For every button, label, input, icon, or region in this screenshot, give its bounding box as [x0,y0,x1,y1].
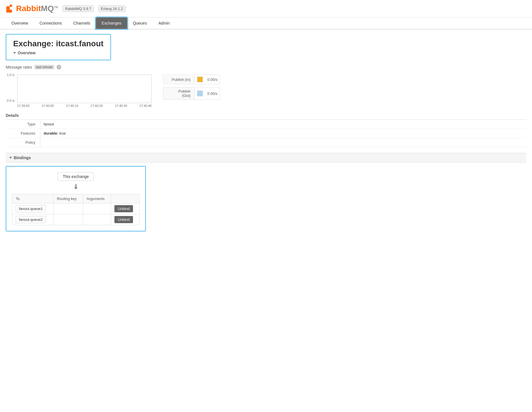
help-icon[interactable]: ? [57,65,61,69]
binding-to-0: fanout.queue1 [12,203,53,214]
binding-routing-1 [53,214,83,225]
overview-text: Overview [18,51,35,55]
erlang-version: Erlang 24.1.2 [98,5,126,12]
main-content: Message rates last minute ? 1.0 /s 0.0 /… [0,65,532,237]
message-rates-text: Message rates [6,65,32,69]
legend-publish-out: Publish (Out) 0.00/s [163,87,220,100]
details-features-value: durable: true [40,129,526,138]
details-policy-value [40,138,526,147]
binding-row-1: fanout.queue2 Unbind [12,214,140,225]
queue-name-box-0: fanout.queue1 [16,205,46,212]
details-policy-key: Policy [6,138,40,147]
chart-box [17,75,152,103]
logo-rabbit: RabbitMQTM [16,4,58,13]
unbind-button-0[interactable]: Unbind [114,205,133,212]
chart-area: 1.0 /s 0.0 /s 17:39:50 17:40:00 17:40:10… [17,75,152,107]
svg-rect-2 [6,10,12,13]
title-name: itcast.fanout [56,39,103,48]
x-label-0: 17:39:50 [17,104,29,107]
bindings-table-body: fanout.queue1 Unbind fanout.queue2 [12,203,140,225]
details-features-row: Features durable: true [6,129,526,138]
durable-label: durable: [44,131,58,135]
overview-label: Overview [13,51,104,55]
details-policy-row: Policy [6,138,526,147]
svg-rect-1 [10,5,12,7]
rabbitmq-version: RabbitMQ 3.9.7 [63,5,94,12]
legend-publish-in: Publish (In) 0.00/s [163,75,220,84]
x-label-4: 17:40:30 [115,104,127,107]
binding-action-0[interactable]: Unbind [111,203,140,214]
bindings-table-head: To Routing key Arguments [12,194,140,203]
chart-x-labels: 17:39:50 17:40:00 17:40:10 17:40:20 17:4… [17,104,152,107]
binding-row-0: fanout.queue1 Unbind [12,203,140,214]
x-label-5: 17:40:40 [139,104,152,107]
title-prefix: Exchange: [13,39,56,48]
nav-connections[interactable]: Connections [34,17,68,29]
chart-container: 1.0 /s 0.0 /s 17:39:50 17:40:00 17:40:10… [6,72,526,107]
triangle-down-icon [13,52,16,54]
legend-publish-in-color [197,77,203,82]
bindings-header: Bindings [6,153,526,163]
details-type-value: fanout [40,120,526,129]
exchange-title-area: Exchange: itcast.fanout Overview [6,34,111,60]
legend-publish-in-value: 0.00/s [205,76,220,83]
chart-y-top: 1.0 /s [7,73,15,77]
logo: RabbitMQTM [6,3,58,14]
this-exchange-button[interactable]: This exchange [58,172,94,181]
svg-rect-0 [6,6,10,10]
main-nav: Overview Connections Channels Exchanges … [0,17,532,29]
binding-args-0 [83,203,111,214]
bindings-header-row: To Routing key Arguments [12,194,140,203]
details-type-key: Type [6,120,40,129]
bindings-content: This exchange ⇓ To Routing key Arguments… [6,166,146,231]
message-rates-label: Message rates last minute ? [6,65,526,69]
col-action [111,194,140,203]
nav-exchanges[interactable]: Exchanges [96,17,127,29]
col-routing-key: Routing key [53,194,83,203]
queue-name-box-1: fanout.queue2 [16,216,46,223]
bindings-table: To Routing key Arguments fanout.queue1 [12,194,140,225]
details-title: Details [6,113,526,120]
details-type-row: Type fanout [6,120,526,129]
rabbitmq-logo-icon [6,3,16,14]
binding-args-1 [83,214,111,225]
chart-legend: Publish (In) 0.00/s Publish (Out) 0.00/s [163,75,220,100]
unbind-button-1[interactable]: Unbind [114,216,133,223]
col-arguments: Arguments [83,194,111,203]
bindings-triangle-icon [9,157,12,159]
col-to: To [12,194,53,203]
nav-queues[interactable]: Queues [127,17,153,29]
logo-mq-text: MQ [41,4,54,13]
header: RabbitMQTM RabbitMQ 3.9.7 Erlang 24.1.2 [0,0,532,17]
bindings-title: Bindings [14,155,31,160]
logo-rabbit-text: Rabbit [16,4,41,13]
last-minute-badge: last minute [34,65,54,69]
details-table: Type fanout Features durable: true Polic… [6,120,526,147]
binding-routing-0 [53,203,83,214]
binding-action-1[interactable]: Unbind [111,214,140,225]
x-label-1: 17:40:00 [41,104,54,107]
bindings-section: Bindings This exchange ⇓ To Routing key … [6,153,526,231]
details-section: Details Type fanout Features durable: tr… [6,113,526,147]
legend-publish-out-color [197,91,203,96]
x-label-2: 17:40:10 [66,104,78,107]
arrow-down-icon: ⇓ [12,183,140,191]
legend-publish-out-label: Publish (Out) [163,87,195,99]
chart-y-bottom: 0.0 /s [7,99,15,102]
legend-publish-in-label: Publish (In) [163,76,195,83]
x-label-3: 17:40:20 [90,104,103,107]
logo-tm: TM [54,6,58,9]
durable-value: true [59,131,65,135]
binding-to-1: fanout.queue2 [12,214,53,225]
nav-admin[interactable]: Admin [153,17,176,29]
nav-overview[interactable]: Overview [6,17,34,29]
legend-publish-out-value: 0.00/s [205,90,220,97]
nav-channels[interactable]: Channels [68,17,96,29]
exchange-title: Exchange: itcast.fanout [13,39,104,48]
details-features-key: Features [6,129,40,138]
